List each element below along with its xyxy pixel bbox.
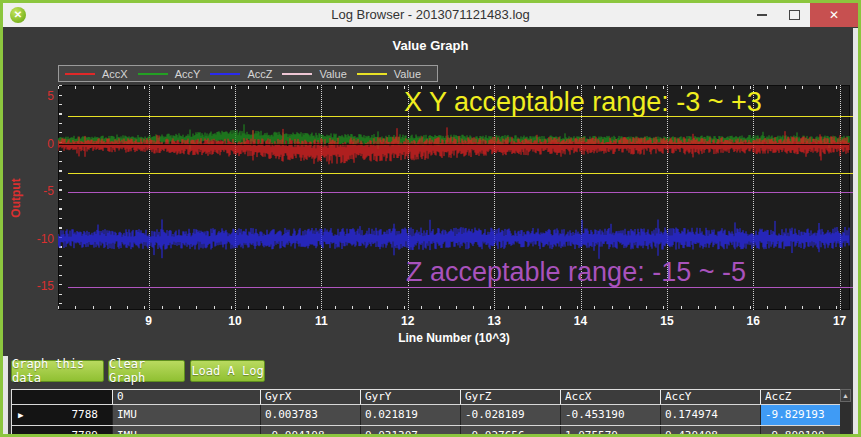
y-tick--15: -15 [2,279,54,293]
x-tick-16: 16 [731,314,775,328]
scroll-up-icon[interactable]: ▲ [840,389,851,402]
column-header-GyrX[interactable]: GyrX [260,390,360,404]
x-tick-12: 12 [386,314,430,328]
reference-line--5 [68,192,858,193]
cell-7788-AccY[interactable]: 0.174974 [660,405,760,425]
table-header: 0GyrXGyrYGyrZAccXAccYAccZ [12,390,841,404]
left-scrollbar[interactable] [3,356,8,434]
clear-graph-button[interactable]: Clear Graph [108,360,185,382]
legend-item-accy: AccY [138,68,201,80]
legend-item-accz: AccZ [210,68,272,80]
cell-7788-GyrZ[interactable]: -0.028189 [460,405,560,425]
chart-title: Value Graph [0,38,861,53]
y-tick--10: -10 [2,232,54,246]
x-tick-13: 13 [472,314,516,328]
x-tick-9: 9 [127,314,171,328]
reference-line--3 [68,173,858,174]
row-header-7788[interactable]: 7788▶ [12,405,112,425]
x-axis-label: Line Number (10^3) [58,331,850,345]
close-icon: ✕ [829,8,839,22]
log-data-table: 0GyrXGyrYGyrZAccXAccYAccZ 7788▶IMU0.0037… [11,389,841,437]
legend: AccXAccYAccZValueValue [58,65,438,82]
legend-line-icon [138,73,168,75]
maximize-icon [789,10,800,20]
legend-item-value: Value [282,68,346,80]
table-header-row: 0GyrXGyrYGyrZAccXAccYAccZ [12,390,841,404]
minimize-button[interactable] [746,3,778,27]
table-row: 7788▶IMU0.0037830.021819-0.028189-0.4531… [12,404,841,425]
column-header-corner[interactable] [12,390,112,404]
legend-label: AccY [175,68,201,80]
window-controls: ✕ [746,3,858,27]
cell-7788-GyrX[interactable]: 0.003783 [260,405,360,425]
annotation-z-range: Z acceptable range: -15 ~ -5 [406,257,746,288]
x-tick-14: 14 [559,314,603,328]
table-body: 7788▶IMU0.0037830.021819-0.028189-0.4531… [12,404,841,437]
log-browser-window: ✕ Log Browser - 2013071121483.log ✕ Valu… [0,0,861,437]
x-tick-11: 11 [299,314,343,328]
minimize-icon [757,14,767,16]
legend-line-icon [210,73,240,75]
legend-item-accx: AccX [65,68,128,80]
legend-line-icon [282,73,312,75]
cell-7788-AccX[interactable]: -0.453190 [560,405,660,425]
column-header-GyrY[interactable]: GyrY [360,390,460,404]
column-header-AccZ[interactable]: AccZ [760,390,841,404]
current-row-indicator-icon: ▶ [18,405,23,425]
column-header-0[interactable]: 0 [112,390,260,404]
load-a-log-button[interactable]: Load A Log [190,360,265,382]
trace-accz [58,219,849,258]
column-header-GyrZ[interactable]: GyrZ [460,390,560,404]
legend-item-value: Value [357,68,421,80]
cell-7788-0[interactable]: IMU [112,405,260,425]
window-border-left [0,0,3,437]
window-title: Log Browser - 2013071121483.log [3,3,858,27]
cell-7788-GyrY[interactable]: 0.021819 [360,405,460,425]
zero-axis-line [59,144,849,145]
legend-label: AccX [102,68,128,80]
titlebar[interactable]: ✕ Log Browser - 2013071121483.log ✕ [3,3,858,27]
x-tick-15: 15 [645,314,689,328]
legend-label: Value [319,68,346,80]
window-border-top [0,0,861,3]
table-scrollbar[interactable]: ▲ [840,389,851,434]
x-tick-10: 10 [213,314,257,328]
legend-label: Value [394,68,421,80]
column-header-AccY[interactable]: AccY [660,390,760,404]
legend-label: AccZ [247,68,272,80]
legend-line-icon [357,73,387,75]
cell-7788-AccZ[interactable]: -9.829193 [760,405,841,425]
y-tick-0: 0 [2,137,54,151]
graph-this-data-button[interactable]: Graph this data [11,360,104,382]
y-axis-label: Output [9,168,23,228]
legend-line-icon [65,73,95,75]
column-header-AccX[interactable]: AccX [560,390,660,404]
y-tick-5: 5 [2,89,54,103]
trace-accx [58,127,849,164]
close-button[interactable]: ✕ [810,3,858,27]
maximize-button[interactable] [778,3,810,27]
annotation-xy-range: X Y acceptable range: -3 ~ +3 [404,87,762,118]
